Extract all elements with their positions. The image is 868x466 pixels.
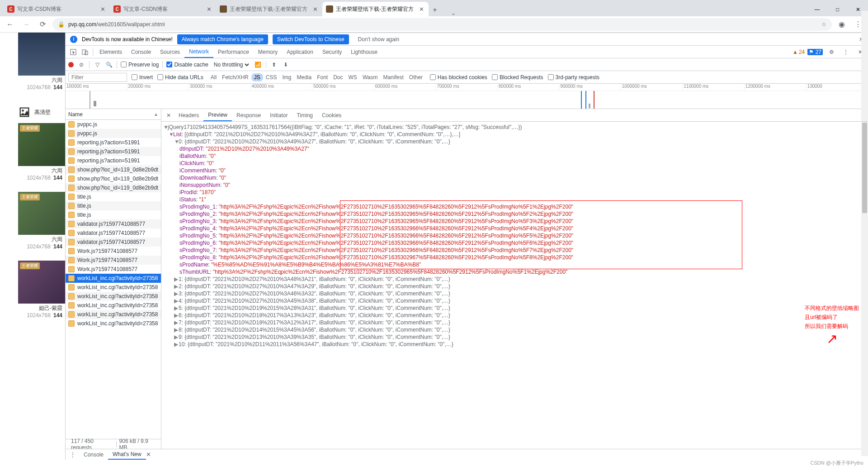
request-row[interactable]: validator.js?1597741088577 xyxy=(66,228,161,238)
devtools-tab-elements[interactable]: Elements xyxy=(95,46,127,58)
network-timeline[interactable]: 100000 ms200000 ms300000 ms400000 ms5000… xyxy=(66,84,868,109)
preview-tab-headers[interactable]: Headers xyxy=(174,109,203,121)
request-row[interactable]: workList_inc.cgi?activityId=27358 xyxy=(66,319,161,328)
export-har-icon[interactable]: ⬇ xyxy=(282,62,290,68)
hide-data-urls-checkbox[interactable]: Hide data URLs xyxy=(157,74,203,81)
request-row[interactable]: show.php?loc_id=119_0d8e2b9dt xyxy=(66,165,161,174)
info-count[interactable]: ⚑ 27 xyxy=(807,49,823,55)
request-row[interactable]: title.js xyxy=(66,192,161,201)
more-icon[interactable]: ⋮ xyxy=(840,46,852,58)
request-row[interactable]: pvppc.js xyxy=(66,120,161,129)
filter-type-ws[interactable]: WS xyxy=(346,73,360,81)
wallpaper-thumb[interactable]: 王者荣耀 xyxy=(18,261,65,304)
throttling-select[interactable]: No throttling xyxy=(212,61,250,68)
request-row[interactable]: reporting.js?action=51991 xyxy=(66,156,161,165)
request-row[interactable]: Work.js?1597741088577 xyxy=(66,247,161,256)
request-row[interactable]: show.php?loc_id=119_0d8e2b9dt xyxy=(66,183,161,192)
preview-tab-timing[interactable]: Timing xyxy=(292,109,317,121)
request-row[interactable]: workList_inc.cgi?activityId=27358 xyxy=(66,292,161,301)
request-row[interactable]: pvppc.js xyxy=(66,129,161,138)
close-tab-button[interactable]: ✕ xyxy=(311,5,319,13)
request-row[interactable]: workList_inc.cgi?activityId=27358 xyxy=(66,310,161,319)
preview-tab-preview[interactable]: Preview xyxy=(203,109,232,121)
browser-tab[interactable]: C写文章-CSDN博客✕ xyxy=(4,2,110,16)
devtools-tab-sources[interactable]: Sources xyxy=(156,46,184,58)
clear-button[interactable]: ⊘ xyxy=(77,62,85,68)
json-preview-content[interactable]: ▼jQuery17102941334057544997S_16353176175… xyxy=(161,122,868,449)
request-row[interactable]: reporting.js?action=51991 xyxy=(66,138,161,147)
filter-type-fetch-xhr[interactable]: Fetch/XHR xyxy=(219,73,251,81)
back-button[interactable]: ← xyxy=(4,18,16,31)
always-match-button[interactable]: Always match Chrome's language xyxy=(177,34,268,44)
wallpaper-thumb[interactable]: 王者荣耀 xyxy=(18,192,65,235)
close-tab-button[interactable]: ✕ xyxy=(205,5,212,13)
preview-tab-response[interactable]: Response xyxy=(232,109,265,121)
network-conditions-icon[interactable]: 📶 xyxy=(254,62,262,68)
request-row[interactable]: workList_inc.cgi?activityId=27358 xyxy=(66,283,161,292)
preserve-log-checkbox[interactable]: Preserve log xyxy=(121,62,159,68)
minimize-button[interactable]: — xyxy=(807,3,827,16)
preview-tab-cookies[interactable]: Cookies xyxy=(317,109,346,121)
request-row[interactable]: workList_inc.cgi?activityId=27358 xyxy=(66,274,161,283)
filter-type-media[interactable]: Media xyxy=(294,73,314,81)
invert-checkbox[interactable]: Invert xyxy=(132,74,153,81)
devtools-tab-console[interactable]: Console xyxy=(127,46,156,58)
devtools-tab-network[interactable]: Network xyxy=(184,46,213,58)
filter-type-other[interactable]: Other xyxy=(406,73,425,81)
close-tab-button[interactable]: ✕ xyxy=(418,5,425,13)
devtools-tab-security[interactable]: Security xyxy=(318,46,346,58)
forward-button[interactable]: → xyxy=(20,18,33,31)
maximize-button[interactable]: □ xyxy=(827,3,848,16)
filter-type-doc[interactable]: Doc xyxy=(330,73,345,81)
profile-icon[interactable]: ◉ xyxy=(835,18,848,31)
close-tab-button[interactable]: ✕ xyxy=(99,5,106,13)
drawer-tab-console[interactable]: Console xyxy=(79,449,108,460)
switch-chinese-button[interactable]: Switch DevTools to Chinese xyxy=(273,34,349,44)
blocked-requests-checkbox[interactable]: Blocked Requests xyxy=(492,74,543,81)
third-party-checkbox[interactable]: 3rd-party requests xyxy=(548,74,599,81)
request-list-header[interactable]: Name▲ xyxy=(66,109,161,120)
drawer-tab-what-s-new[interactable]: What's New xyxy=(108,449,146,460)
settings-icon[interactable]: ⚙ xyxy=(826,46,837,58)
request-row[interactable]: title.js xyxy=(66,210,161,219)
record-button[interactable] xyxy=(68,62,74,67)
request-row[interactable]: validator.js?1597741088577 xyxy=(66,238,161,247)
request-row[interactable]: reporting.js?action=51991 xyxy=(66,147,161,156)
device-toggle-icon[interactable] xyxy=(79,46,91,58)
filter-input[interactable] xyxy=(68,73,127,82)
request-row[interactable]: Work.js?1597741088577 xyxy=(66,265,161,274)
devtools-tab-lighthouse[interactable]: Lighthouse xyxy=(346,46,382,58)
inspect-icon[interactable] xyxy=(67,46,79,58)
filter-type-css[interactable]: CSS xyxy=(263,73,280,81)
filter-type-wasm[interactable]: Wasm xyxy=(360,73,381,81)
new-tab-button[interactable]: + xyxy=(429,4,441,16)
browser-tab[interactable]: 王者荣耀壁纸下载-王者荣耀官方✕ xyxy=(322,2,429,16)
browser-tab[interactable]: 王者荣耀壁纸下载-王者荣耀官方✕ xyxy=(216,2,322,16)
filter-type-all[interactable]: All xyxy=(208,73,219,81)
close-preview-button[interactable]: ✕ xyxy=(163,112,174,119)
dont-show-again-button[interactable]: Don't show again xyxy=(354,34,404,44)
wallpaper-thumb[interactable]: 王者荣耀 xyxy=(18,123,65,166)
search-icon[interactable]: 🔍 xyxy=(105,62,113,68)
preview-tab-initiator[interactable]: Initiator xyxy=(265,109,292,121)
url-input[interactable]: 🔒 pvp.qq.com/web201605/wallpaper.shtml ☆ xyxy=(52,18,832,31)
devtools-tab-memory[interactable]: Memory xyxy=(254,46,282,58)
filter-icon[interactable]: ▽ xyxy=(93,62,101,68)
filter-type-js[interactable]: JS xyxy=(251,73,263,81)
import-har-icon[interactable]: ⬆ xyxy=(270,62,278,68)
warnings-count[interactable]: ▲24 xyxy=(793,49,805,55)
reload-button[interactable]: ⟳ xyxy=(36,18,49,31)
tab-list-dropdown[interactable]: ⌄ xyxy=(447,10,460,16)
disable-cache-checkbox[interactable]: Disable cache xyxy=(166,62,208,68)
drawer-menu-icon[interactable]: ⋮ xyxy=(68,452,77,458)
devtools-tab-performance[interactable]: Performance xyxy=(213,46,254,58)
request-row[interactable]: Work.js?1597741088577 xyxy=(66,256,161,265)
bookmark-icon[interactable]: ☆ xyxy=(821,21,826,28)
request-row[interactable]: workList_inc.cgi?activityId=27358 xyxy=(66,301,161,310)
filter-type-img[interactable]: Img xyxy=(279,73,294,81)
filter-type-font[interactable]: Font xyxy=(314,73,330,81)
request-row[interactable]: title.js xyxy=(66,201,161,210)
request-row[interactable]: validator.js?1597741088577 xyxy=(66,219,161,228)
devtools-tab-application[interactable]: Application xyxy=(282,46,318,58)
request-row[interactable]: show.php?loc_id=119_0d8e2b9dt xyxy=(66,174,161,183)
